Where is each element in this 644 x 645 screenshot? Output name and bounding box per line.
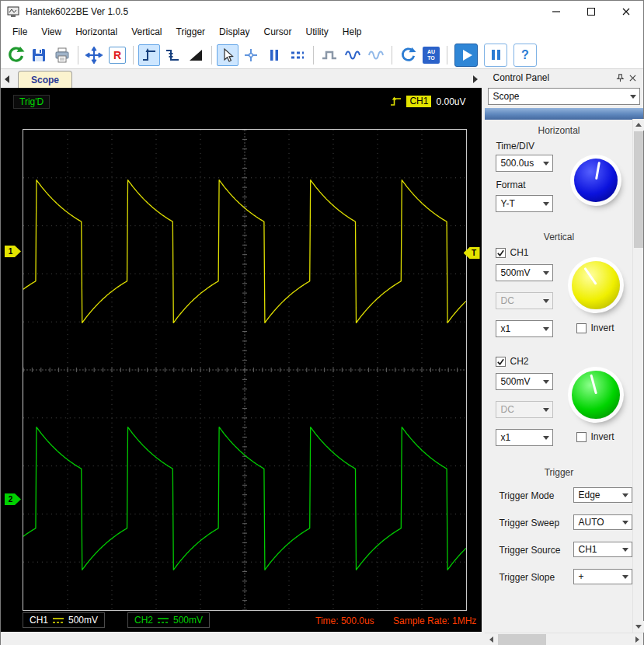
menu-item-cursor[interactable]: Cursor bbox=[256, 24, 298, 40]
close-panel-icon[interactable] bbox=[626, 71, 639, 84]
falling-edge-trigger-button[interactable] bbox=[162, 44, 183, 66]
menu-item-utility[interactable]: Utility bbox=[298, 24, 335, 40]
time-div-select[interactable]: 500.0us bbox=[496, 155, 553, 172]
tab-bar: Scope bbox=[1, 69, 482, 88]
auto-range-button[interactable]: AUTO bbox=[420, 44, 442, 66]
scroll-right-icon[interactable] bbox=[631, 633, 643, 645]
trigger-source-label: Trigger Source bbox=[499, 545, 560, 556]
format-value: Y-T bbox=[496, 198, 540, 209]
section-horizontal: Horizontal bbox=[485, 125, 632, 136]
menu-item-trigger[interactable]: Trigger bbox=[169, 24, 213, 40]
cursor-tool-button[interactable] bbox=[217, 44, 238, 66]
trigger-slope-select[interactable]: + bbox=[573, 569, 632, 584]
save-button[interactable] bbox=[28, 44, 50, 66]
sine-wave-button[interactable] bbox=[342, 44, 364, 66]
vertical-scroll-thumb[interactable] bbox=[634, 131, 643, 248]
print-button[interactable] bbox=[51, 44, 73, 66]
play-icon bbox=[463, 50, 472, 61]
control-panel-title: Control Panel bbox=[493, 72, 614, 83]
refresh-button[interactable] bbox=[5, 44, 26, 66]
ch2-probe-value: x1 bbox=[496, 432, 540, 443]
toolbar: R AUTO ? bbox=[1, 41, 643, 69]
scroll-up-icon[interactable] bbox=[633, 119, 644, 131]
ch1-scale-select[interactable]: 500mV bbox=[496, 264, 553, 281]
ch2-enable-checkbox[interactable] bbox=[496, 357, 506, 367]
ch2-zero-marker[interactable]: 2 bbox=[5, 493, 21, 505]
self-calibrate-button[interactable] bbox=[83, 44, 105, 66]
ch2-invert-checkbox[interactable] bbox=[576, 432, 587, 442]
ch2-scale-value: 500mV bbox=[496, 376, 540, 387]
minimize-button[interactable] bbox=[538, 1, 573, 23]
ch2-status-label: CH2 bbox=[134, 615, 153, 626]
tab-scope[interactable]: Scope bbox=[18, 71, 72, 88]
cursor-arrow-icon bbox=[219, 47, 236, 64]
ramp-button[interactable] bbox=[185, 44, 207, 66]
ch1-position-knob[interactable] bbox=[572, 261, 620, 309]
ch2-probe-select[interactable]: x1 bbox=[496, 429, 553, 446]
move-tool-button[interactable] bbox=[240, 44, 262, 66]
window-title: Hantek6022BE Ver 1.0.5 bbox=[26, 6, 538, 17]
scroll-down-icon[interactable] bbox=[633, 621, 644, 633]
scope-display[interactable] bbox=[23, 129, 467, 611]
scroll-left-icon[interactable] bbox=[485, 633, 497, 645]
menu-item-vertical[interactable]: Vertical bbox=[124, 24, 169, 40]
ch1-status-label: CH1 bbox=[30, 615, 48, 626]
chevron-down-icon bbox=[619, 575, 632, 579]
menu-item-display[interactable]: Display bbox=[212, 24, 256, 40]
pause-button[interactable] bbox=[484, 44, 507, 67]
menu-item-help[interactable]: Help bbox=[336, 24, 369, 40]
ch1-probe-select[interactable]: x1 bbox=[496, 320, 553, 337]
panel-horizontal-scrollbar[interactable] bbox=[485, 633, 643, 645]
tab-scroll-left-icon[interactable] bbox=[5, 75, 9, 83]
ch1-status-scale: 500mV bbox=[68, 615, 98, 626]
menu-item-view[interactable]: View bbox=[34, 24, 68, 40]
chevron-down-icon bbox=[540, 408, 552, 412]
trigger-slope-label: Trigger Slope bbox=[499, 572, 555, 583]
trigger-slope-icon bbox=[390, 96, 402, 106]
ch1-enable-row: CH1 bbox=[496, 247, 528, 258]
move-cross-icon bbox=[242, 47, 259, 64]
close-button[interactable] bbox=[608, 1, 643, 23]
ch2-status-chip: CH2 500mV bbox=[127, 612, 210, 628]
ch1-invert-label: Invert bbox=[590, 322, 614, 333]
vertical-bars-icon bbox=[266, 47, 283, 64]
reference-button[interactable]: R bbox=[106, 44, 128, 66]
timebase-knob[interactable] bbox=[574, 159, 618, 202]
chevron-down-icon bbox=[619, 521, 632, 525]
panel-vertical-scrollbar[interactable] bbox=[632, 119, 643, 633]
rising-edge-trigger-button[interactable] bbox=[138, 44, 160, 66]
step-wave-button[interactable] bbox=[319, 44, 340, 66]
chevron-down-icon bbox=[619, 548, 632, 552]
ch1-enable-checkbox[interactable] bbox=[496, 248, 506, 258]
vertical-cursors-button[interactable] bbox=[263, 44, 285, 66]
start-button[interactable] bbox=[454, 44, 478, 67]
maximize-button[interactable] bbox=[573, 1, 608, 23]
app-window: Hantek6022BE Ver 1.0.5 File View Horizon… bbox=[0, 0, 644, 645]
ch2-scale-select[interactable]: 500mV bbox=[496, 373, 553, 390]
help-button[interactable]: ? bbox=[513, 44, 537, 67]
ch2-position-knob[interactable] bbox=[572, 371, 620, 419]
format-label: Format bbox=[496, 180, 525, 190]
tab-scroll-right-icon[interactable] bbox=[473, 75, 478, 83]
trigger-sweep-select[interactable]: AUTO bbox=[573, 514, 632, 530]
trigger-mode-select[interactable]: Edge bbox=[573, 487, 632, 503]
ch1-invert-checkbox[interactable] bbox=[576, 323, 587, 333]
r-icon: R bbox=[109, 47, 126, 64]
trigger-source-select[interactable]: CH1 bbox=[573, 542, 632, 557]
ch1-enable-label: CH1 bbox=[510, 247, 528, 258]
green-arrow-icon bbox=[6, 46, 25, 64]
panel-mode-select[interactable]: Scope bbox=[488, 88, 640, 105]
refresh-display-button[interactable] bbox=[397, 44, 419, 66]
horizontal-scroll-thumb[interactable] bbox=[498, 634, 546, 645]
smooth-wave-button[interactable] bbox=[365, 44, 387, 66]
section-trigger: Trigger bbox=[485, 467, 632, 478]
trigger-status-badge: Trig'D bbox=[13, 95, 50, 109]
ch1-zero-marker[interactable]: 1 bbox=[5, 246, 21, 257]
ch2-enable-row: CH2 bbox=[496, 356, 528, 367]
pin-icon[interactable] bbox=[614, 71, 626, 84]
horizontal-cursors-button[interactable] bbox=[287, 44, 308, 66]
format-select[interactable]: Y-T bbox=[496, 195, 553, 212]
menu-item-horizontal[interactable]: Horizontal bbox=[68, 24, 124, 40]
menu-item-file[interactable]: File bbox=[5, 24, 34, 40]
chevron-down-icon bbox=[619, 493, 632, 497]
